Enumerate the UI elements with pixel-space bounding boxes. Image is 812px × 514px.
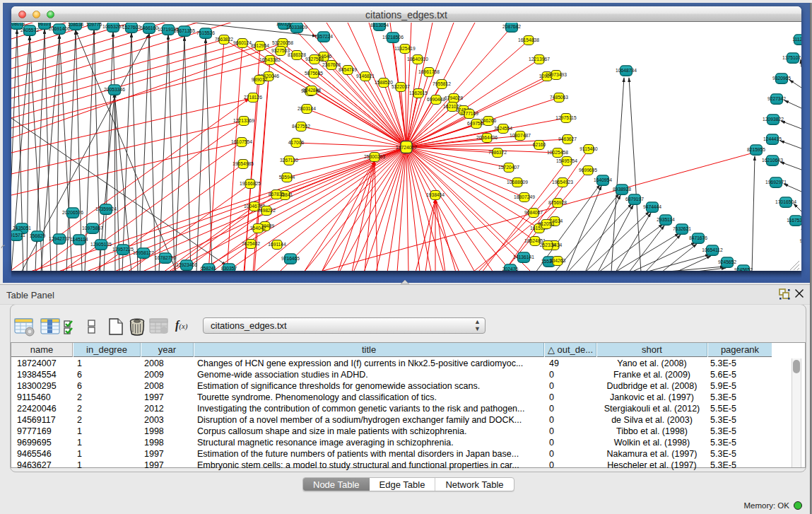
svg-text:9242848: 9242848 xyxy=(302,88,321,93)
svg-text:10688609: 10688609 xyxy=(507,180,528,185)
svg-text:1167534: 1167534 xyxy=(787,218,801,223)
svg-text:8938928: 8938928 xyxy=(613,187,631,192)
svg-text:14136141: 14136141 xyxy=(513,255,534,259)
svg-text:7955812: 7955812 xyxy=(433,81,451,86)
svg-text:19166825: 19166825 xyxy=(240,181,261,186)
svg-text:109775: 109775 xyxy=(86,23,102,27)
svg-text:12213967: 12213967 xyxy=(529,57,550,62)
svg-text:16033809: 16033809 xyxy=(286,25,307,30)
svg-text:924502: 924502 xyxy=(800,238,801,243)
svg-text:252334: 252334 xyxy=(540,243,556,247)
svg-text:9463627: 9463627 xyxy=(558,136,577,141)
svg-text:8427552: 8427552 xyxy=(292,124,310,129)
svg-text:7485063: 7485063 xyxy=(550,95,568,100)
svg-text:3267130: 3267130 xyxy=(280,158,298,163)
svg-text:746266: 746266 xyxy=(481,118,497,123)
svg-text:1691144: 1691144 xyxy=(268,242,286,247)
svg-text:5322037: 5322037 xyxy=(392,84,410,89)
svg-text:9716465: 9716465 xyxy=(281,256,300,261)
svg-text:12905135: 12905135 xyxy=(90,242,112,247)
svg-text:8454749: 8454749 xyxy=(339,67,357,72)
svg-text:17359924: 17359924 xyxy=(95,206,117,211)
svg-text:13751074: 13751074 xyxy=(782,55,801,60)
svg-text:9474444: 9474444 xyxy=(643,204,661,209)
svg-text:10807487: 10807487 xyxy=(510,133,531,138)
svg-text:2935114: 2935114 xyxy=(657,217,675,222)
svg-text:10958127: 10958127 xyxy=(133,250,154,255)
svg-text:9699695: 9699695 xyxy=(579,168,597,173)
svg-text:7515526: 7515526 xyxy=(196,30,215,35)
svg-text:10654112: 10654112 xyxy=(702,247,723,252)
svg-text:2718126: 2718126 xyxy=(244,95,262,100)
svg-text:5875685: 5875685 xyxy=(305,71,323,76)
svg-text:15495754: 15495754 xyxy=(556,158,577,163)
svg-text:867835: 867835 xyxy=(269,192,285,197)
svg-text:6794028: 6794028 xyxy=(445,95,463,100)
svg-text:535944: 535944 xyxy=(279,175,295,180)
svg-text:1362615: 1362615 xyxy=(409,90,428,95)
svg-text:16782759: 16782759 xyxy=(155,255,176,260)
svg-text:9084067: 9084067 xyxy=(524,210,543,215)
svg-text:20053346: 20053346 xyxy=(104,87,125,92)
svg-text:9227342: 9227342 xyxy=(767,96,786,101)
svg-text:9498222: 9498222 xyxy=(257,208,276,213)
svg-text:20364436: 20364436 xyxy=(476,135,498,140)
svg-text:3624554: 3624554 xyxy=(494,126,512,131)
svg-text:9320965: 9320965 xyxy=(772,76,791,81)
svg-text:7625402: 7625402 xyxy=(242,241,260,246)
svg-text:612053: 612053 xyxy=(539,221,555,226)
svg-text:8813054: 8813054 xyxy=(370,23,389,28)
svg-text:830357: 830357 xyxy=(221,266,237,271)
svg-text:9327508: 9327508 xyxy=(305,57,324,62)
svg-text:6990448: 6990448 xyxy=(427,97,445,102)
svg-text:3915711: 3915711 xyxy=(11,233,25,238)
svg-text:2803144: 2803144 xyxy=(298,106,316,111)
svg-text:8215955: 8215955 xyxy=(747,147,765,152)
svg-text:1145114: 1145114 xyxy=(70,237,88,242)
svg-text:16154838: 16154838 xyxy=(518,37,539,42)
svg-text:12942737: 12942737 xyxy=(49,236,70,241)
svg-text:9245652: 9245652 xyxy=(718,259,736,264)
svg-text:1640954: 1640954 xyxy=(594,177,612,182)
svg-text:16210643: 16210643 xyxy=(762,158,783,163)
svg-text:62160: 62160 xyxy=(533,142,546,147)
svg-text:417006: 417006 xyxy=(288,140,305,145)
svg-text:20691406: 20691406 xyxy=(49,26,70,31)
svg-text:334263: 334263 xyxy=(550,258,566,263)
svg-text:7663822: 7663822 xyxy=(215,37,233,42)
svg-text:2405572: 2405572 xyxy=(20,28,39,33)
svg-text:18724007: 18724007 xyxy=(396,145,417,150)
svg-text:10648784: 10648784 xyxy=(616,68,637,73)
svg-text:10025458: 10025458 xyxy=(547,150,568,155)
svg-text:9115460: 9115460 xyxy=(579,146,598,151)
svg-text:12975115: 12975115 xyxy=(555,115,577,120)
svg-text:16543382: 16543382 xyxy=(259,57,281,62)
svg-text:8912954: 8912954 xyxy=(251,43,269,48)
svg-text:8186328: 8186328 xyxy=(288,52,306,57)
svg-text:19654923: 19654923 xyxy=(552,180,573,185)
svg-text:9660124: 9660124 xyxy=(233,40,252,45)
svg-text:10975867: 10975867 xyxy=(82,226,103,230)
svg-text:6466160: 6466160 xyxy=(140,25,158,30)
svg-text:208013: 208013 xyxy=(11,23,25,26)
svg-text:16671355: 16671355 xyxy=(174,28,195,33)
svg-text:6879197: 6879197 xyxy=(625,197,644,201)
svg-text:111234: 111234 xyxy=(792,37,801,42)
svg-text:16107554: 16107554 xyxy=(231,139,252,144)
svg-text:2367608: 2367608 xyxy=(322,62,341,67)
svg-text:1527602: 1527602 xyxy=(122,25,141,30)
svg-text:18807249: 18807249 xyxy=(514,194,535,199)
svg-text:7986372: 7986372 xyxy=(488,150,507,155)
svg-text:1938454: 1938454 xyxy=(426,192,445,197)
svg-text:19654985: 19654985 xyxy=(233,161,254,166)
svg-text:9777169: 9777169 xyxy=(460,111,478,116)
svg-text:2435051: 2435051 xyxy=(13,226,31,230)
svg-text:25300293: 25300293 xyxy=(364,154,385,159)
svg-text:9146821: 9146821 xyxy=(356,74,375,78)
svg-text:12923466: 12923466 xyxy=(176,262,197,267)
svg-text:19692971: 19692971 xyxy=(765,180,787,185)
svg-text:154042: 154042 xyxy=(250,226,266,230)
svg-text:19218506: 19218506 xyxy=(382,35,404,40)
svg-text:8471676: 8471676 xyxy=(689,235,707,240)
svg-text:12213369: 12213369 xyxy=(233,118,254,123)
